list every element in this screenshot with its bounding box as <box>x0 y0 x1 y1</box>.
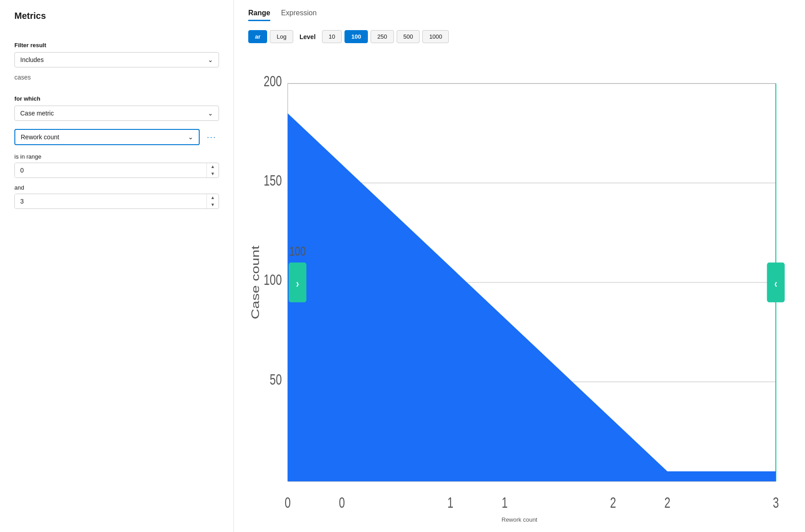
chevron-down-icon-2: ⌄ <box>208 110 213 117</box>
chart-container: 200 150 100 50 Case count 0 0 1 1 2 2 3 <box>248 50 791 514</box>
level-10-button[interactable]: 10 <box>322 30 342 43</box>
range-min-up[interactable]: ▲ <box>207 163 219 170</box>
range-min-spinners: ▲ ▼ <box>206 163 219 177</box>
range-max-input[interactable] <box>15 194 206 208</box>
rework-count-row: Rework count ⌄ ··· <box>14 129 219 145</box>
range-min-down[interactable]: ▼ <box>207 170 219 177</box>
svg-text:‹: ‹ <box>774 277 778 290</box>
level-500-button[interactable]: 500 <box>397 30 420 43</box>
and-label: and <box>14 184 219 191</box>
level-100-button[interactable]: 100 <box>344 30 368 43</box>
svg-text:0: 0 <box>285 495 291 511</box>
svg-text:1: 1 <box>501 495 507 511</box>
level-250-button[interactable]: 250 <box>371 30 394 43</box>
range-min-input[interactable] <box>15 163 206 177</box>
tab-expression[interactable]: Expression <box>281 9 317 21</box>
svg-text:1: 1 <box>447 495 453 511</box>
svg-text:0: 0 <box>339 495 345 511</box>
svg-text:150: 150 <box>264 173 282 189</box>
scale-log-button[interactable]: Log <box>270 30 293 43</box>
svg-text:2: 2 <box>610 495 616 511</box>
range-max-up[interactable]: ▲ <box>207 194 219 201</box>
range-min-wrapper: ▲ ▼ <box>14 163 219 178</box>
tab-range[interactable]: Range <box>248 9 270 21</box>
rework-count-dropdown[interactable]: Rework count ⌄ <box>15 130 199 144</box>
level-1000-button[interactable]: 1000 <box>422 30 449 43</box>
range-max-wrapper: ▲ ▼ <box>14 194 219 209</box>
cases-label: cases <box>14 74 219 81</box>
chart-fill-area <box>288 113 776 481</box>
svg-text:50: 50 <box>270 371 282 387</box>
case-metric-dropdown[interactable]: Case metric ⌄ <box>14 106 219 121</box>
svg-text:Case count: Case count <box>249 245 261 319</box>
svg-text:100: 100 <box>289 244 306 259</box>
svg-text:200: 200 <box>264 73 282 89</box>
range-max-spinners: ▲ ▼ <box>206 194 219 208</box>
chart-area: 200 150 100 50 Case count 0 0 1 1 2 2 3 <box>248 50 791 523</box>
more-options-button[interactable]: ··· <box>204 131 219 144</box>
svg-text:2: 2 <box>664 495 670 511</box>
chart-svg: 200 150 100 50 Case count 0 0 1 1 2 2 3 <box>248 50 791 514</box>
rework-count-value: Rework count <box>21 133 59 141</box>
filter-result-dropdown[interactable]: Includes ⌄ <box>14 52 219 67</box>
svg-text:3: 3 <box>773 495 778 511</box>
tab-bar: Range Expression <box>248 9 791 21</box>
level-label: Level <box>296 33 319 40</box>
case-metric-value: Case metric <box>20 110 54 117</box>
svg-text:100: 100 <box>264 272 282 288</box>
for-which-label: for which <box>14 95 219 102</box>
x-axis-label: Rework count <box>248 516 791 523</box>
right-panel: Range Expression ar Log Level 10 100 250… <box>234 0 805 532</box>
range-max-down[interactable]: ▼ <box>207 201 219 208</box>
page-title: Metrics <box>14 11 219 21</box>
left-panel: Metrics Filter result Includes ⌄ cases f… <box>0 0 234 532</box>
chevron-down-icon-3: ⌄ <box>188 133 193 141</box>
filter-result-value: Includes <box>20 56 44 63</box>
is-in-range-label: is in range <box>14 153 219 160</box>
chart-toolbar: ar Log Level 10 100 250 500 1000 <box>248 30 791 43</box>
svg-text:›: › <box>296 277 299 290</box>
scale-linear-button[interactable]: ar <box>248 30 267 43</box>
filter-result-label: Filter result <box>14 42 219 49</box>
chevron-down-icon: ⌄ <box>208 56 213 63</box>
